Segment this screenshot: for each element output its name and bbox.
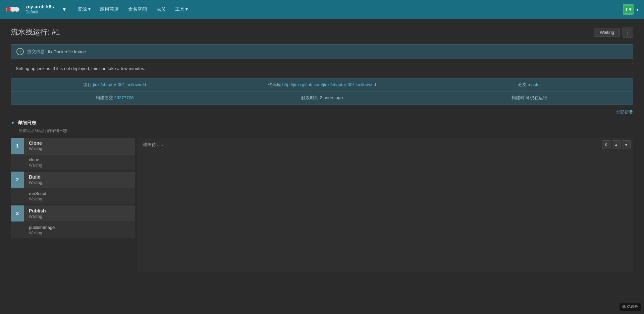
svg-point-1	[6, 7, 11, 12]
stage-sub-name-2-runscript: runScript	[15, 191, 130, 196]
log-text: 请等待...	[143, 142, 628, 148]
stage-group-3: 3 Publish Waiting publishImage Waiting	[11, 205, 135, 238]
meta-repo-value[interactable]: http://jiuxi.gitlab.com/jiuxi/chapter-00…	[282, 82, 376, 87]
meta-project: 项目 jiuxi/chapter-001-helloworld	[11, 78, 218, 91]
status-badge: Waiting	[594, 28, 620, 37]
meta-row-2: 构建提交 29277706 触发时间 2 hours ago 构建时间 仍在运行	[11, 91, 633, 104]
navbar-nav-appstore[interactable]: 应用商店	[96, 4, 123, 14]
detail-section: ▼ 详细日志 当前流水线运行的详细日志。 1 Clone Waiting	[11, 120, 633, 272]
stage-sub-status-3-publishimage: Waiting	[15, 231, 130, 235]
page-title: 流水线运行: #1	[11, 27, 60, 37]
stage-sub-name-1-clone: clone	[15, 157, 130, 162]
stage-group-2: 2 Build Waiting runScript Waiting	[11, 172, 135, 204]
navbar-project-env: Default	[25, 10, 54, 15]
meta-row-1: 项目 jiuxi/chapter-001-helloworld 代码库 http…	[11, 78, 633, 91]
meta-grid: 项目 jiuxi/chapter-001-helloworld 代码库 http…	[11, 78, 633, 105]
meta-commit: 构建提交 29277706	[11, 91, 218, 104]
watermark: ⑧ 亿速云	[620, 303, 641, 311]
log-ctrl-first[interactable]: K	[602, 140, 610, 149]
meta-branch-label: 分支	[518, 82, 528, 87]
navbar-logo	[5, 2, 20, 17]
meta-branch: 分支 master	[426, 78, 633, 91]
stage-status-3: Waiting	[29, 214, 130, 219]
log-panel: K ▲ ▼ 请等待...	[138, 138, 633, 272]
navbar: zcy-arch-k8s Default ▼ 资源 ▾ 应用商店 命名空间 成员…	[0, 0, 644, 19]
page-header: 流水线运行: #1 Waiting ⋮	[11, 27, 633, 38]
log-controls: K ▲ ▼	[602, 140, 631, 149]
stage-sub-name-3-publishimage: publishImage	[15, 225, 130, 230]
alert-box: Setting up jenkins. If it is not deploye…	[11, 63, 633, 74]
stage-name-3: Publish	[29, 208, 130, 213]
stage-status-2: Waiting	[29, 180, 130, 185]
stage-group-1: 1 Clone Waiting clone Waiting	[11, 138, 135, 170]
meta-repo: 代码库 http://jiuxi.gitlab.com/jiuxi/chapte…	[218, 78, 426, 91]
stage-name-2: Build	[29, 174, 130, 180]
page-header-right: Waiting ⋮	[594, 27, 633, 38]
stage-sub-1-clone[interactable]: clone Waiting	[11, 154, 135, 170]
navbar-nav: 资源 ▾ 应用商店 命名空间 成员 工具 ▾	[73, 4, 618, 14]
meta-repo-label: 代码库	[268, 82, 282, 87]
page-content: 流水线运行: #1 Waiting ⋮ i 提交信息 fix Dockerfil…	[0, 19, 644, 285]
navbar-project-name: zcy-arch-k8s	[25, 4, 54, 10]
svg-text:T: T	[625, 7, 628, 12]
stages-panel: 1 Clone Waiting clone Waiting 2	[11, 138, 135, 272]
meta-commit-label: 构建提交	[96, 95, 114, 100]
stage-number-2: 2	[11, 172, 24, 188]
meta-trigger-time: 触发时间 2 hours ago	[218, 91, 426, 104]
avatar: T▾	[623, 4, 634, 15]
stage-main-3: 3 Publish Waiting	[11, 205, 135, 222]
navbar-right: T▾ ▾	[623, 4, 639, 15]
meta-project-label: 项目	[83, 82, 93, 87]
stage-main-2: 2 Build Waiting	[11, 172, 135, 188]
meta-build-time: 构建时间 仍在运行	[426, 91, 633, 104]
info-bar: i 提交信息 fix Dockerfile image	[11, 44, 633, 59]
collapse-all-link[interactable]: 全部折叠	[616, 110, 633, 115]
navbar-project: zcy-arch-k8s Default	[25, 4, 55, 15]
alert-text: Setting up jenkins. If it is not deploye…	[16, 66, 145, 71]
stage-sub-status-2-runscript: Waiting	[15, 197, 130, 201]
detail-title: 详细日志	[17, 120, 36, 126]
svg-point-2	[10, 7, 15, 12]
meta-trigger-value: 2 hours ago	[320, 95, 343, 100]
navbar-nav-tools[interactable]: 工具 ▾	[171, 4, 192, 14]
meta-build-value: 仍在运行	[530, 95, 547, 100]
stage-content-1[interactable]: Clone Waiting	[24, 138, 135, 154]
info-value: fix Dockerfile image	[48, 49, 86, 54]
stage-status-1: Waiting	[29, 146, 130, 151]
log-ctrl-up[interactable]: ▲	[612, 140, 621, 149]
detail-chevron-icon: ▼	[11, 121, 15, 125]
stage-main-1: 1 Clone Waiting	[11, 138, 135, 154]
collapse-row: 全部折叠	[11, 107, 633, 117]
navbar-project-dropdown[interactable]: ▼	[61, 6, 68, 13]
meta-branch-value[interactable]: master	[528, 82, 541, 87]
stage-number-3: 3	[11, 205, 24, 222]
pipeline-area: 1 Clone Waiting clone Waiting 2	[11, 138, 633, 272]
navbar-nav-members[interactable]: 成员	[152, 4, 170, 14]
stage-sub-3-publishimage[interactable]: publishImage Waiting	[11, 222, 135, 238]
stage-content-3[interactable]: Publish Waiting	[24, 205, 135, 222]
detail-header[interactable]: ▼ 详细日志	[11, 120, 633, 126]
stage-name-1: Clone	[29, 140, 130, 146]
meta-commit-value[interactable]: 29277706	[114, 95, 134, 100]
navbar-nav-namespace[interactable]: 命名空间	[124, 4, 151, 14]
log-ctrl-down[interactable]: ▼	[622, 140, 631, 149]
info-label: 提交信息	[27, 49, 45, 55]
stage-sub-2-runscript[interactable]: runScript Waiting	[11, 188, 135, 204]
stage-content-2[interactable]: Build Waiting	[24, 172, 135, 188]
navbar-nav-resources[interactable]: 资源 ▾	[73, 4, 95, 14]
more-button[interactable]: ⋮	[623, 27, 633, 38]
detail-subtitle: 当前流水线运行的详细日志。	[19, 128, 633, 134]
stage-number-1: 1	[11, 138, 24, 154]
meta-trigger-label: 触发时间	[301, 95, 320, 100]
info-icon: i	[16, 48, 24, 55]
meta-build-label: 构建时间	[512, 95, 530, 100]
meta-project-value[interactable]: jiuxi/chapter-001-helloworld	[93, 82, 146, 87]
svg-text:▾: ▾	[629, 7, 632, 12]
svg-point-3	[14, 7, 19, 12]
navbar-avatar-dropdown[interactable]: ▾	[636, 7, 639, 12]
stage-sub-status-1-clone: Waiting	[15, 163, 130, 168]
